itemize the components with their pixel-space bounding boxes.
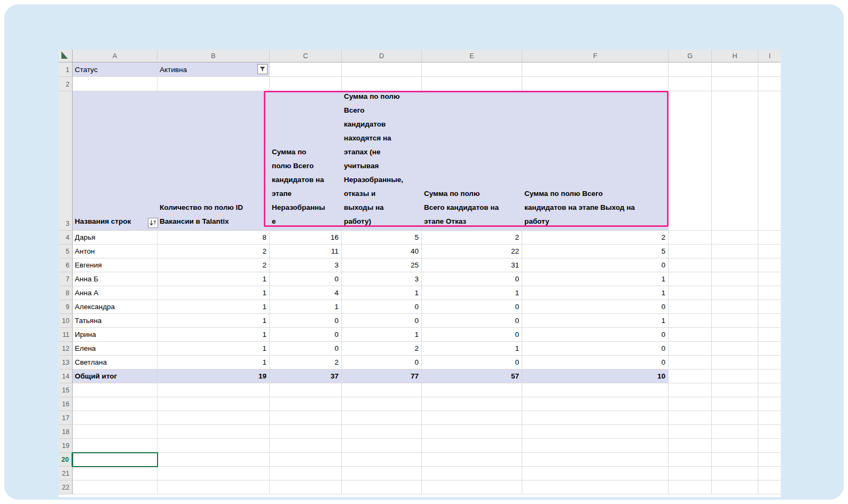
cell-H21[interactable] <box>712 467 758 481</box>
cell-B19[interactable] <box>158 439 270 453</box>
cell-F21[interactable] <box>522 467 669 481</box>
cell-G14[interactable] <box>669 369 712 383</box>
cell-G12[interactable] <box>669 342 712 356</box>
row-header-1[interactable]: 1 <box>59 62 73 77</box>
cell-E13[interactable]: 0 <box>422 356 522 369</box>
row-header-22[interactable]: 22 <box>59 481 73 494</box>
cell-C16[interactable] <box>270 397 342 411</box>
cell-C21[interactable] <box>270 467 342 481</box>
cell-E4[interactable]: 2 <box>422 231 522 245</box>
row-header-20[interactable]: 20 <box>59 453 73 467</box>
cell-G6[interactable] <box>669 258 712 272</box>
cell-D2[interactable] <box>342 77 422 91</box>
cell-A15[interactable] <box>73 383 158 397</box>
cell-A12[interactable]: Елена <box>73 342 158 356</box>
cell-G9[interactable] <box>669 300 712 314</box>
cell-E2[interactable] <box>422 77 522 91</box>
cell-A11[interactable]: Ирина <box>73 328 158 342</box>
row-header-4[interactable]: 4 <box>59 231 73 245</box>
cell-E5[interactable]: 22 <box>422 245 522 258</box>
cell-F8[interactable]: 1 <box>522 286 669 300</box>
cell-G2[interactable] <box>669 77 712 91</box>
cell-I7[interactable] <box>758 272 781 286</box>
cell-E15[interactable] <box>422 383 522 397</box>
column-header-I[interactable]: I <box>758 50 781 62</box>
cell-F13[interactable]: 0 <box>522 356 669 369</box>
cell-I13[interactable] <box>758 356 781 369</box>
cell-B15[interactable] <box>158 383 270 397</box>
cell-F15[interactable] <box>522 383 669 397</box>
cell-H2[interactable] <box>712 77 758 91</box>
cell-H16[interactable] <box>712 397 758 411</box>
cell-B7[interactable]: 1 <box>158 272 270 286</box>
row-header-10[interactable]: 10 <box>59 314 73 328</box>
cell-B5[interactable]: 2 <box>158 245 270 258</box>
cell-C8[interactable]: 4 <box>270 286 342 300</box>
cell-F6[interactable]: 0 <box>522 258 669 272</box>
cell-D12[interactable]: 2 <box>342 342 422 356</box>
cell-I18[interactable] <box>758 425 781 439</box>
cell-F2[interactable] <box>522 77 669 91</box>
cell-D13[interactable]: 0 <box>342 356 422 369</box>
cell-I21[interactable] <box>758 467 781 481</box>
sort-filter-button[interactable] <box>148 218 158 228</box>
cell-I10[interactable] <box>758 314 781 328</box>
cell-H10[interactable] <box>712 314 758 328</box>
cell-G11[interactable] <box>669 328 712 342</box>
cell-H3[interactable] <box>712 91 758 231</box>
cell-A4[interactable]: Дарья <box>73 231 158 245</box>
cell-C11[interactable]: 0 <box>270 328 342 342</box>
cell-E17[interactable] <box>422 411 522 425</box>
cell-E18[interactable] <box>422 425 522 439</box>
cell-B1[interactable]: Активна <box>158 62 270 77</box>
row-header-15[interactable]: 15 <box>59 383 73 397</box>
cell-A16[interactable] <box>73 397 158 411</box>
cell-H4[interactable] <box>712 231 758 245</box>
cell-E16[interactable] <box>422 397 522 411</box>
cell-F17[interactable] <box>522 411 669 425</box>
column-header-C[interactable]: C <box>270 50 342 62</box>
cell-H1[interactable] <box>712 62 758 77</box>
pivot-header-area[interactable]: Названия строкКоличество по полю ID Вака… <box>73 91 669 231</box>
cell-C7[interactable]: 0 <box>270 272 342 286</box>
cell-I17[interactable] <box>758 411 781 425</box>
cell-D22[interactable] <box>342 481 422 494</box>
column-header-B[interactable]: B <box>158 50 270 62</box>
cell-E10[interactable]: 0 <box>422 314 522 328</box>
cell-B17[interactable] <box>158 411 270 425</box>
cell-B11[interactable]: 1 <box>158 328 270 342</box>
cell-H15[interactable] <box>712 383 758 397</box>
cell-I3[interactable] <box>758 91 781 231</box>
cell-E12[interactable]: 1 <box>422 342 522 356</box>
cell-D16[interactable] <box>342 397 422 411</box>
cell-A13[interactable]: Светлана <box>73 356 158 369</box>
cell-H8[interactable] <box>712 286 758 300</box>
cell-A2[interactable] <box>73 77 158 91</box>
cell-A8[interactable]: Анна А <box>73 286 158 300</box>
cell-F7[interactable]: 1 <box>522 272 669 286</box>
cell-E22[interactable] <box>422 481 522 494</box>
cell-G17[interactable] <box>669 411 712 425</box>
row-header-8[interactable]: 8 <box>59 286 73 300</box>
row-header-5[interactable]: 5 <box>59 245 73 258</box>
cell-D7[interactable]: 3 <box>342 272 422 286</box>
cell-G5[interactable] <box>669 245 712 258</box>
row-header-16[interactable]: 16 <box>59 397 73 411</box>
cell-C9[interactable]: 1 <box>270 300 342 314</box>
cell-E9[interactable]: 0 <box>422 300 522 314</box>
cell-I6[interactable] <box>758 258 781 272</box>
cell-I19[interactable] <box>758 439 781 453</box>
cell-G13[interactable] <box>669 356 712 369</box>
column-header-A[interactable]: A <box>73 50 158 62</box>
cell-F18[interactable] <box>522 425 669 439</box>
cell-B4[interactable]: 8 <box>158 231 270 245</box>
cell-B22[interactable] <box>158 481 270 494</box>
cell-A1[interactable]: Статус <box>73 62 158 77</box>
cell-G7[interactable] <box>669 272 712 286</box>
cell-C17[interactable] <box>270 411 342 425</box>
cell-G8[interactable] <box>669 286 712 300</box>
cell-D19[interactable] <box>342 439 422 453</box>
cell-G15[interactable] <box>669 383 712 397</box>
cell-G22[interactable] <box>669 481 712 494</box>
cell-C22[interactable] <box>270 481 342 494</box>
